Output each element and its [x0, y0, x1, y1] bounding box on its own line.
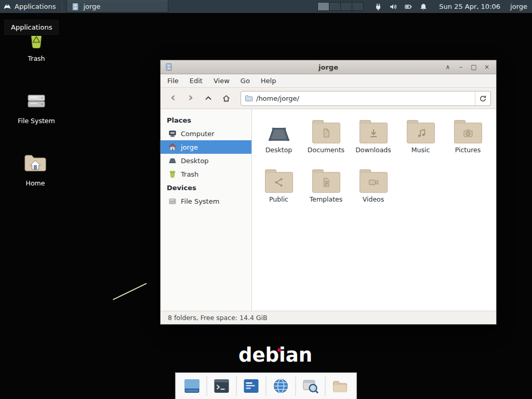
toolbar: ‹ › — [161, 88, 496, 109]
status-text: 8 folders, Free space: 14.4 GiB — [168, 314, 268, 322]
address-folder-icon — [245, 94, 253, 102]
system-tray — [368, 0, 434, 13]
maximize-button[interactable]: □ — [469, 62, 479, 72]
desktop-icon-label: File System — [18, 117, 55, 125]
dock-launcher-terminal[interactable] — [212, 376, 232, 396]
volume-icon[interactable] — [389, 3, 397, 11]
file-label: Public — [269, 195, 288, 203]
file-icon-public[interactable]: Public — [255, 167, 302, 216]
sidebar-header-places: Places — [161, 113, 251, 127]
dock-separator — [207, 377, 207, 395]
sidebar-item-label: jorge — [181, 143, 198, 151]
file-icon-templates[interactable]: Templates — [302, 167, 350, 216]
desktop-icon-file-system[interactable]: File System — [11, 88, 61, 125]
console-icon — [243, 378, 260, 394]
forward-button[interactable]: › — [183, 91, 198, 105]
home-folder-icon — [23, 151, 48, 176]
dock-launcher-file-manager[interactable] — [330, 376, 350, 396]
home-button[interactable] — [219, 91, 233, 105]
desktop-root: { "icons": { "back": "‹", "forward": "›"… — [0, 0, 532, 399]
reload-button[interactable] — [475, 91, 490, 105]
file-manager-window-icon — [71, 3, 79, 11]
dock-panel — [176, 373, 357, 399]
menu-edit[interactable]: Edit — [190, 77, 203, 85]
battery-icon[interactable] — [404, 3, 413, 11]
workspace-3[interactable] — [341, 3, 352, 10]
templates-folder-icon — [312, 167, 340, 193]
menu-help[interactable]: Help — [261, 77, 276, 85]
sidebar-item-label: File System — [181, 197, 219, 205]
xfce-logo-icon — [3, 3, 11, 11]
debian-swirl-dot — [277, 348, 281, 352]
power-plug-icon[interactable] — [374, 3, 382, 11]
back-button[interactable]: ‹ — [166, 91, 180, 105]
desktop-icon-label: Home — [26, 179, 45, 187]
file-label: Documents — [308, 146, 344, 154]
sidebar-item-trash[interactable]: Trash — [161, 167, 251, 181]
notifications-bell-icon[interactable] — [419, 3, 428, 11]
desktop-pad-icon — [168, 156, 177, 165]
file-label: Pictures — [455, 146, 481, 154]
address-bar — [241, 91, 491, 106]
drive-icon — [168, 197, 177, 205]
panel-user-label: jorge — [510, 3, 527, 10]
menu-go[interactable]: Go — [241, 77, 250, 85]
taskbar-window-label: jorge — [83, 3, 100, 10]
music-folder-icon — [407, 117, 435, 143]
file-label: Downloads — [355, 146, 391, 154]
applications-tooltip: Applications — [3, 19, 60, 36]
desktop-launcher-icon — [184, 378, 201, 394]
close-button[interactable]: × — [482, 62, 492, 72]
window-controls: ∧ – □ × — [443, 62, 492, 72]
workspace-2[interactable] — [329, 3, 340, 10]
menu-file[interactable]: File — [167, 77, 179, 85]
desktop-pad-icon — [267, 117, 291, 143]
file-icon-pictures[interactable]: Pictures — [444, 117, 491, 167]
window-body: Places Computer jorge Desktop — [161, 109, 496, 311]
file-label: Templates — [310, 195, 343, 203]
applications-menu-button[interactable]: Applications — [0, 0, 61, 13]
taskbar-window-button[interactable]: jorge — [66, 1, 168, 12]
desktop-icon-home[interactable]: Home — [10, 151, 60, 187]
globe-icon — [273, 378, 289, 394]
sidebar-item-jorge[interactable]: jorge — [161, 140, 251, 154]
file-icon-downloads[interactable]: Downloads — [350, 117, 397, 167]
public-folder-icon — [265, 167, 293, 193]
sidebar-item-computer[interactable]: Computer — [161, 127, 251, 140]
dock-separator — [296, 377, 296, 395]
shade-button[interactable]: ∧ — [443, 62, 453, 72]
file-view[interactable]: Desktop Documents Downloads — [252, 109, 496, 311]
minimize-button[interactable]: – — [456, 62, 466, 72]
sidebar-item-desktop[interactable]: Desktop — [161, 154, 251, 167]
file-icon-documents[interactable]: Documents — [302, 117, 350, 167]
file-icon-desktop[interactable]: Desktop — [255, 117, 302, 167]
sidebar-item-label: Computer — [181, 130, 215, 138]
panel-separator — [62, 2, 65, 11]
dock-launcher-web-browser[interactable] — [271, 376, 291, 396]
workspace-4[interactable] — [352, 3, 363, 10]
window-titlebar[interactable]: jorge ∧ – □ × — [161, 60, 496, 74]
menubar: File Edit View Go Help — [161, 74, 496, 88]
home-icon — [222, 94, 231, 102]
folder-icon — [332, 378, 349, 394]
file-icon-videos[interactable]: Videos — [350, 167, 397, 216]
panel-user-action[interactable]: jorge — [506, 0, 532, 13]
debian-logo: debian — [238, 344, 312, 366]
home-icon — [168, 143, 177, 151]
videos-folder-icon — [360, 167, 388, 193]
workspace-1[interactable] — [318, 3, 329, 10]
magnifier-icon — [302, 378, 319, 394]
address-input[interactable] — [256, 95, 472, 102]
up-button[interactable] — [201, 91, 216, 105]
clock[interactable]: Sun 25 Apr, 10:06 — [434, 0, 506, 13]
file-icon-music[interactable]: Music — [397, 117, 444, 167]
dock-launcher-application-finder[interactable] — [301, 376, 321, 396]
back-icon: ‹ — [170, 91, 175, 103]
menu-view[interactable]: View — [214, 77, 230, 85]
dock-launcher-desktop[interactable] — [182, 376, 202, 396]
sidebar-item-file-system[interactable]: File System — [161, 194, 251, 208]
drive-icon — [24, 88, 49, 113]
file-label: Videos — [363, 195, 384, 203]
dock-launcher-console[interactable] — [242, 376, 261, 396]
file-label: Music — [411, 146, 430, 154]
